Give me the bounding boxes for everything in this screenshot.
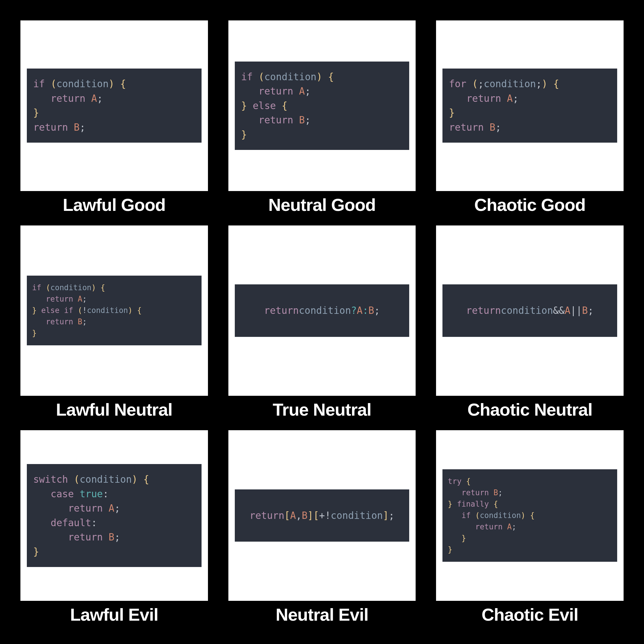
alignment-chart-grid: if (condition) { return A; } return B; L… xyxy=(0,0,644,644)
caption-chaotic-good: Chaotic Good xyxy=(436,196,624,214)
caption-lawful-neutral: Lawful Neutral xyxy=(20,401,208,419)
panel-chaotic-evil: try { return B; } finally { if (conditio… xyxy=(436,430,624,601)
caption-lawful-good: Lawful Good xyxy=(20,196,208,214)
panel-lawful-neutral: if (condition) { return A; } else if (!c… xyxy=(20,225,208,396)
code-neutral-evil: return [A, B][+!condition]; xyxy=(235,489,409,542)
cell-lawful-good: if (condition) { return A; } return B; L… xyxy=(20,20,208,214)
code-chaotic-neutral: return condition && A || B; xyxy=(442,284,617,337)
cell-chaotic-neutral: return condition && A || B; Chaotic Neut… xyxy=(436,225,624,419)
panel-lawful-good: if (condition) { return A; } return B; xyxy=(20,20,208,191)
cell-chaotic-evil: try { return B; } finally { if (conditio… xyxy=(436,430,624,624)
code-true-neutral: return condition ? A : B; xyxy=(235,284,409,337)
cell-lawful-evil: switch (condition) { case true: return A… xyxy=(20,430,208,624)
panel-neutral-good: if (condition) { return A; } else { retu… xyxy=(228,20,416,191)
caption-chaotic-neutral: Chaotic Neutral xyxy=(436,401,624,419)
caption-true-neutral: True Neutral xyxy=(228,401,416,419)
panel-chaotic-neutral: return condition && A || B; xyxy=(436,225,624,396)
panel-neutral-evil: return [A, B][+!condition]; xyxy=(228,430,416,601)
caption-neutral-good: Neutral Good xyxy=(228,196,416,214)
caption-lawful-evil: Lawful Evil xyxy=(20,606,208,624)
code-chaotic-evil: try { return B; } finally { if (conditio… xyxy=(442,469,617,562)
code-chaotic-good: for (;condition;) { return A; } return B… xyxy=(442,69,617,143)
code-lawful-neutral: if (condition) { return A; } else if (!c… xyxy=(27,276,202,345)
cell-chaotic-good: for (;condition;) { return A; } return B… xyxy=(436,20,624,214)
panel-chaotic-good: for (;condition;) { return A; } return B… xyxy=(436,20,624,191)
code-neutral-good: if (condition) { return A; } else { retu… xyxy=(235,62,409,150)
cell-neutral-evil: return [A, B][+!condition]; Neutral Evil xyxy=(228,430,416,624)
panel-true-neutral: return condition ? A : B; xyxy=(228,225,416,396)
cell-true-neutral: return condition ? A : B; True Neutral xyxy=(228,225,416,419)
caption-neutral-evil: Neutral Evil xyxy=(228,606,416,624)
code-lawful-evil: switch (condition) { case true: return A… xyxy=(27,464,202,567)
panel-lawful-evil: switch (condition) { case true: return A… xyxy=(20,430,208,601)
caption-chaotic-evil: Chaotic Evil xyxy=(436,606,624,624)
cell-neutral-good: if (condition) { return A; } else { retu… xyxy=(228,20,416,214)
cell-lawful-neutral: if (condition) { return A; } else if (!c… xyxy=(20,225,208,419)
code-lawful-good: if (condition) { return A; } return B; xyxy=(27,69,202,143)
